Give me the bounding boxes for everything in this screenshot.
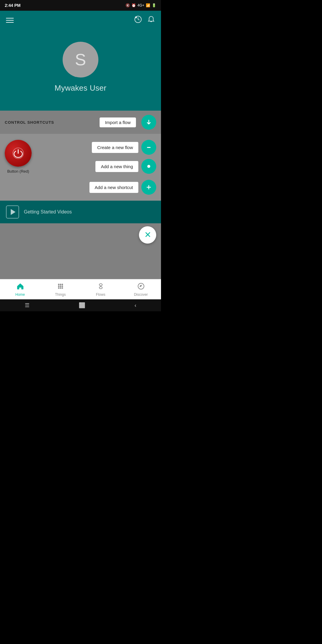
history-icon[interactable]	[134, 16, 142, 25]
svg-point-14	[99, 287, 102, 289]
svg-point-11	[60, 287, 61, 289]
close-fab-button[interactable]: ✕	[139, 226, 156, 244]
play-icon	[11, 209, 16, 215]
nav-home[interactable]: Home	[0, 279, 40, 299]
add-shortcut-fab[interactable]	[141, 180, 156, 195]
discover-icon	[137, 282, 145, 291]
nav-things-label: Things	[55, 292, 66, 297]
svg-point-9	[61, 285, 63, 287]
svg-point-5	[60, 284, 61, 285]
alarm-icon: ⏰	[131, 3, 136, 7]
import-flow-fab[interactable]	[141, 115, 156, 130]
home-icon	[16, 282, 24, 291]
add-thing-fab[interactable]	[141, 159, 156, 174]
network-label: 4G+	[137, 3, 144, 7]
flows-icon	[97, 282, 105, 291]
status-time: 2:44 PM	[5, 3, 21, 8]
nav-things[interactable]: Things	[40, 279, 80, 299]
create-flow-button[interactable]: Create a new flow	[92, 142, 138, 153]
shortcuts-panel: CONTROL SHORTCUTS Import a flow	[0, 111, 161, 279]
mute-icon: 🔇	[126, 3, 130, 7]
create-flow-row: Create a new flow	[36, 140, 156, 155]
nav-home-sys-icon[interactable]: ⬜	[79, 302, 85, 309]
nav-discover[interactable]: Discover	[121, 279, 161, 299]
play-button[interactable]	[6, 205, 19, 219]
svg-rect-2	[147, 147, 151, 148]
shortcuts-actions: Create a new flow Add a new thing	[36, 140, 156, 174]
svg-point-13	[99, 284, 102, 286]
shortcuts-title: CONTROL SHORTCUTS	[5, 120, 54, 125]
system-nav: ☰ ⬜ ‹	[0, 299, 161, 311]
header-actions	[134, 16, 155, 25]
things-icon	[57, 282, 64, 291]
device-shortcut: Button (Red)	[5, 140, 32, 174]
battery-icon: 🔋	[152, 3, 156, 7]
username-label: Mywakes User	[55, 83, 106, 93]
device-label: Button (Red)	[7, 169, 29, 174]
svg-marker-17	[140, 285, 142, 287]
svg-point-12	[61, 287, 63, 289]
svg-point-6	[61, 284, 63, 285]
shortcuts-grid: Button (Red) Create a new flow	[5, 140, 156, 174]
shortcuts-header: CONTROL SHORTCUTS Import a flow	[0, 111, 161, 134]
bell-icon[interactable]	[147, 16, 155, 25]
create-flow-fab[interactable]	[141, 140, 156, 155]
nav-menu-icon[interactable]: ☰	[25, 302, 30, 309]
avatar-letter: S	[75, 51, 86, 68]
nav-flows-label: Flows	[96, 292, 105, 297]
add-thing-row: Add a new thing	[36, 159, 156, 174]
bottom-nav: Home Things	[0, 279, 161, 299]
status-bar: 2:44 PM 🔇 ⏰ 4G+ 📶 🔋	[0, 0, 161, 11]
add-shortcut-button[interactable]: Add a new shortcut	[89, 182, 138, 193]
close-icon: ✕	[144, 231, 151, 239]
svg-point-10	[58, 287, 59, 289]
nav-discover-label: Discover	[134, 292, 148, 297]
add-shortcut-area: Add a new shortcut	[0, 180, 161, 201]
profile-section: S Mywakes User	[0, 30, 161, 111]
svg-point-4	[58, 284, 59, 285]
signal-icon: 📶	[146, 3, 150, 7]
getting-started-bar: Getting Started Videos	[0, 201, 161, 223]
svg-point-3	[147, 165, 150, 168]
nav-home-label: Home	[15, 292, 25, 297]
nav-back-icon[interactable]: ‹	[134, 302, 136, 309]
nav-flows[interactable]: Flows	[80, 279, 121, 299]
shortcuts-content: Button (Red) Create a new flow	[0, 134, 161, 180]
add-thing-button[interactable]: Add a new thing	[95, 161, 138, 172]
svg-point-8	[60, 285, 61, 287]
app-header	[0, 11, 161, 30]
import-flow-button[interactable]: Import a flow	[100, 117, 136, 127]
status-icons: 🔇 ⏰ 4G+ 📶 🔋	[126, 3, 156, 7]
svg-point-7	[58, 285, 59, 287]
avatar[interactable]: S	[63, 42, 98, 78]
power-button-red[interactable]	[5, 140, 32, 167]
getting-started-text: Getting Started Videos	[24, 209, 72, 215]
hamburger-menu-button[interactable]	[6, 18, 14, 23]
